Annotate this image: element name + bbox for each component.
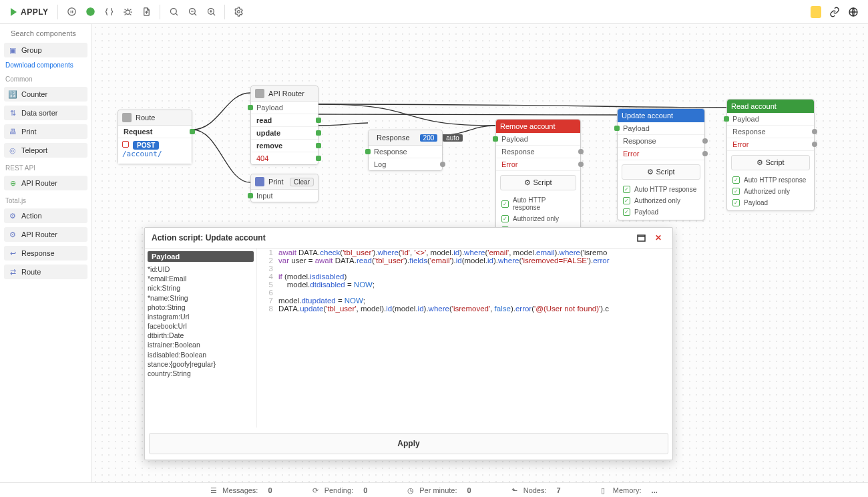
- route-path: /account/: [122, 150, 162, 158]
- link-icon[interactable]: [825, 3, 844, 21]
- pause-icon[interactable]: [62, 3, 81, 21]
- node-response[interactable]: Response 200auto Response Log: [368, 130, 443, 171]
- sidebar-item-label: Route: [21, 268, 41, 276]
- search-row: [4, 28, 87, 39]
- route-body: POST /account/: [118, 138, 192, 164]
- status-bar: ☰Messages: 0 ⟳Pending: 0 ◷Per minute: 0 …: [0, 482, 868, 497]
- code-editor[interactable]: 1await DATA.check('tbl_user').where('id'…: [257, 248, 672, 428]
- zoom-out-icon[interactable]: [183, 3, 202, 21]
- status-messages: ☰Messages: 0: [210, 486, 272, 494]
- node-title: Print: [268, 178, 284, 186]
- sidebar-item-label: API Router: [21, 230, 57, 238]
- node-row: Error: [618, 148, 704, 160]
- nodes-icon: ⬑: [511, 486, 519, 494]
- sidebar-item-response[interactable]: ↩Response: [4, 246, 87, 261]
- node-row: Error: [727, 138, 814, 151]
- pending-icon: ⟳: [312, 486, 320, 494]
- status-pending: ⟳Pending: 0: [312, 486, 368, 494]
- node-row: 404: [251, 152, 318, 164]
- status-perminute: ◷Per minute: 0: [407, 486, 471, 494]
- node-print[interactable]: PrintClear Input: [250, 174, 318, 202]
- sidebar-item-apirouter2[interactable]: ⚙API Router: [4, 227, 87, 242]
- braces-icon[interactable]: [99, 3, 118, 21]
- check-row: ✓Authorized only: [496, 213, 580, 224]
- zoom-fit-icon[interactable]: [164, 3, 183, 21]
- add-icon[interactable]: [81, 3, 99, 21]
- zoom-in-icon[interactable]: [202, 3, 220, 21]
- print-icon: [255, 177, 264, 186]
- memory-icon: ▯: [601, 486, 609, 494]
- sidebar-item-label: API Router: [21, 179, 57, 187]
- sidebar-item-label: Response: [21, 249, 55, 257]
- status-nodes: ⬑Nodes: 7: [511, 486, 561, 494]
- sidebar-item-label: Teleport: [21, 146, 47, 154]
- notes-icon[interactable]: [807, 3, 825, 21]
- svg-point-6: [238, 11, 240, 13]
- clear-button[interactable]: Clear: [290, 178, 314, 186]
- check-row: ✓Payload: [618, 206, 704, 220]
- section-title-common: Common: [5, 75, 86, 83]
- node-row: Input: [251, 190, 318, 202]
- status-code-badge: 200: [420, 134, 438, 142]
- action-script-panel: Action script: Update account ✕ Payload …: [144, 227, 673, 460]
- sidebar-item-route[interactable]: ⇄Route: [4, 265, 87, 279]
- sidebar-item-group[interactable]: ▣ Group: [4, 43, 87, 57]
- node-row: Response: [618, 135, 704, 148]
- messages-icon: ☰: [210, 486, 218, 494]
- node-row: Payload: [496, 133, 580, 146]
- sidebar-item-data-sorter[interactable]: ⇅Data sorter: [4, 106, 87, 120]
- counter-icon: 🔢: [8, 90, 17, 99]
- panel-title: Action script: Update account: [152, 233, 631, 242]
- node-title: Response: [377, 134, 410, 142]
- status-memory: ▯Memory: ...: [601, 486, 658, 494]
- sidebar-item-apirouter[interactable]: ⊕API Router: [4, 176, 87, 190]
- node-title: Remove account: [500, 122, 556, 130]
- node-title: Read account: [731, 102, 777, 110]
- svg-point-0: [68, 8, 75, 15]
- node-row: Response: [369, 146, 442, 158]
- check-row: ✓Auto HTTP response: [496, 194, 580, 213]
- section-title-restapi: REST API: [5, 164, 86, 172]
- sidebar-item-teleport[interactable]: ◎Teleport: [4, 143, 87, 158]
- node-route[interactable]: Route Request POST /account/: [118, 110, 192, 164]
- sidebar-item-action[interactable]: ⚙Action: [4, 208, 87, 223]
- script-button[interactable]: ⚙ Script: [731, 155, 810, 170]
- node-row: Error: [496, 158, 580, 171]
- node-row: Response: [727, 126, 814, 138]
- play-icon: [11, 8, 17, 16]
- sidebar-item-counter[interactable]: 🔢Counter: [4, 87, 87, 102]
- close-icon[interactable]: ✕: [651, 232, 666, 244]
- bug-icon[interactable]: [118, 3, 137, 21]
- node-title: Route: [136, 114, 155, 122]
- download-components-link[interactable]: Download components: [5, 61, 86, 69]
- sidebar-item-print[interactable]: 🖶Print: [4, 124, 87, 139]
- settings-icon[interactable]: [229, 3, 248, 21]
- teleport-icon: ◎: [8, 146, 17, 155]
- node-row: read: [251, 114, 318, 127]
- lock-icon: [122, 141, 129, 148]
- check-row: ✓Payload: [727, 197, 814, 210]
- node-row: Log: [369, 158, 442, 170]
- node-row: remove: [251, 140, 318, 152]
- node-title: Update account: [622, 112, 673, 120]
- node-row: Request: [118, 126, 192, 138]
- search-input[interactable]: [11, 29, 92, 37]
- script-button[interactable]: ⚙ Script: [622, 164, 700, 180]
- group-icon: ▣: [8, 45, 17, 55]
- sidebar-item-label: Data sorter: [21, 109, 57, 117]
- node-read-account[interactable]: Read account Payload Response Error ⚙ Sc…: [726, 99, 815, 211]
- node-api-router[interactable]: API Router Payload read update remove 40…: [250, 86, 318, 165]
- apply-button[interactable]: APPLY: [5, 5, 53, 19]
- route-icon: [122, 113, 132, 122]
- left-sidebar: ▣ Group Download components Common 🔢Coun…: [0, 24, 92, 482]
- script-button[interactable]: ⚙ Script: [500, 175, 576, 190]
- globe-icon[interactable]: [844, 3, 863, 21]
- maximize-icon[interactable]: [634, 232, 648, 244]
- node-remove-account[interactable]: Remove account Payload Response Error ⚙ …: [495, 119, 581, 238]
- node-update-account[interactable]: Update account Payload Response Error ⚙ …: [617, 108, 705, 220]
- router-icon: [255, 89, 264, 98]
- check-row: ✓Authorized only: [618, 195, 704, 206]
- sidebar-item-label: Action: [21, 212, 42, 220]
- panel-apply-button[interactable]: Apply: [149, 433, 668, 454]
- export-icon[interactable]: [137, 3, 156, 21]
